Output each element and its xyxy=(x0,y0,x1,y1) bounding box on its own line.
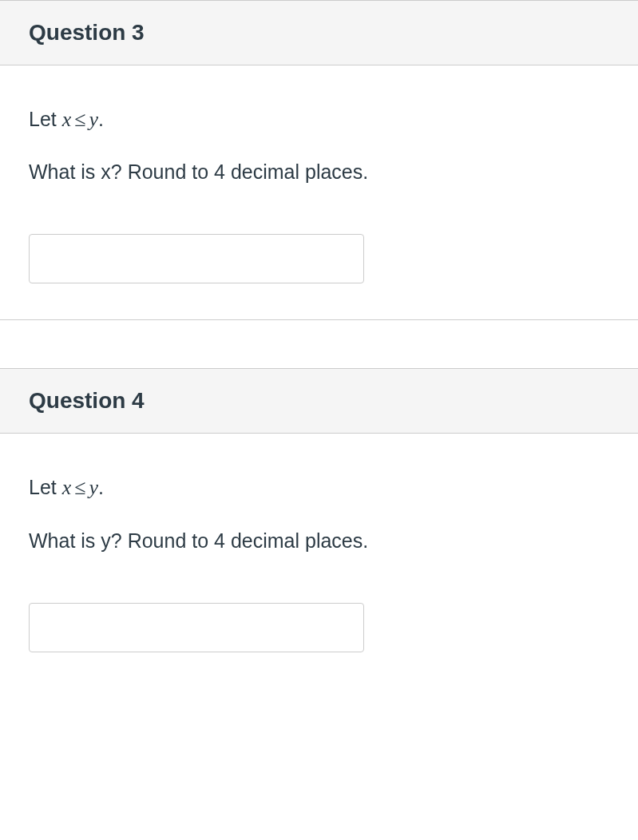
math-var-x: x xyxy=(62,108,72,131)
question-title: Question 4 xyxy=(29,388,609,414)
question-prompt: What is x? Round to 4 decimal places. xyxy=(29,158,609,186)
answer-input[interactable] xyxy=(29,603,364,652)
let-statement: Let x≤y. xyxy=(29,473,609,502)
let-suffix: . xyxy=(98,476,104,498)
question-block-4: Question 4 Let x≤y. What is y? Round to … xyxy=(0,368,638,687)
let-statement: Let x≤y. xyxy=(29,105,609,134)
math-var-x: x xyxy=(62,476,72,499)
question-header: Question 3 xyxy=(0,0,638,65)
question-title: Question 3 xyxy=(29,20,609,46)
question-block-3: Question 3 Let x≤y. What is x? Round to … xyxy=(0,0,638,320)
let-prefix: Let xyxy=(29,108,62,130)
question-prompt: What is y? Round to 4 decimal places. xyxy=(29,527,609,555)
let-prefix: Let xyxy=(29,476,62,498)
question-header: Question 4 xyxy=(0,368,638,434)
math-op-leq: ≤ xyxy=(71,476,89,499)
question-body: Let x≤y. What is x? Round to 4 decimal p… xyxy=(0,65,638,320)
math-var-y: y xyxy=(89,476,99,499)
let-suffix: . xyxy=(98,108,104,130)
math-op-leq: ≤ xyxy=(71,108,89,131)
math-var-y: y xyxy=(89,108,99,131)
question-body: Let x≤y. What is y? Round to 4 decimal p… xyxy=(0,434,638,687)
answer-input[interactable] xyxy=(29,234,364,283)
